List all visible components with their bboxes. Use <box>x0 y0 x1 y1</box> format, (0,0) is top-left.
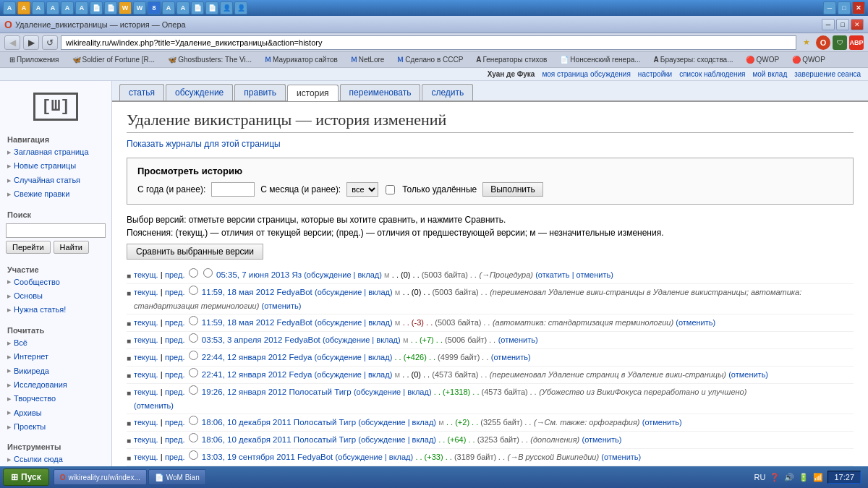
taskbar-icon-14[interactable]: 📄 <box>191 1 204 14</box>
current-link[interactable]: текущ. <box>134 453 158 461</box>
user-link[interactable]: Fedya <box>289 370 312 379</box>
bookmark-nonsense[interactable]: 📄 Нонсенский генера... <box>555 53 645 66</box>
abp-icon[interactable]: ABP <box>849 35 864 50</box>
tab-discussion[interactable]: обсуждение <box>166 84 233 100</box>
radio-button[interactable] <box>189 316 198 325</box>
sidebar-item-archives[interactable]: Архивы <box>0 406 111 420</box>
taskbar-icon-8[interactable]: 📄 <box>104 1 117 14</box>
taskbar-icon-7[interactable]: 📄 <box>90 1 103 14</box>
user-settings-link[interactable]: настройки <box>638 70 672 78</box>
compare-button-top[interactable]: Сравнить выбранные версии <box>127 244 263 260</box>
revert-link[interactable]: (откатить | отменить) <box>535 270 613 279</box>
deleted-checkbox[interactable] <box>386 185 395 194</box>
sidebar-item-research[interactable]: Исследования <box>0 378 111 392</box>
radio-button[interactable] <box>189 268 198 278</box>
radio-button[interactable] <box>189 286 198 295</box>
user-actions[interactable]: (обсуждение | вклад) <box>358 435 436 444</box>
undo-link[interactable]: (отменить) <box>498 335 538 344</box>
bookmark-apps[interactable]: ⊞ Приложения <box>4 53 64 66</box>
bookmark-qwop2[interactable]: 🔴 QWOP <box>787 53 830 66</box>
date-link[interactable]: 11:59, 18 мая 2012 <box>202 318 277 327</box>
sidebar-item-new-pages[interactable]: Новые страницы <box>0 159 111 173</box>
user-actions[interactable]: (обсуждение | вклад) <box>315 370 393 379</box>
user-link[interactable]: FedyaBot <box>285 335 320 344</box>
sidebar-item-random[interactable]: Случайная статья <box>0 174 111 187</box>
back-button[interactable]: ◀ <box>4 35 20 50</box>
search-input[interactable] <box>6 223 106 238</box>
prev-link[interactable]: пред. <box>165 388 184 396</box>
undo-link[interactable]: (отменить) <box>601 453 641 461</box>
minimize-icon[interactable]: ─ <box>823 1 836 14</box>
prev-link[interactable]: пред. <box>165 370 184 379</box>
undo-link[interactable]: (отменить) <box>728 370 768 379</box>
undo-link[interactable]: (отменить) <box>642 418 682 427</box>
taskbar-icon-9[interactable]: W <box>119 1 132 14</box>
undo-link[interactable]: (отменить) <box>676 318 715 327</box>
prev-link[interactable]: пред. <box>165 335 184 344</box>
date-link[interactable]: 18:06, 10 декабря 2011 <box>202 418 294 427</box>
user-actions[interactable]: (обсуждение | вклад) <box>304 270 382 279</box>
user-actions[interactable]: (обсуждение | вклад) <box>315 353 393 361</box>
radio-button[interactable] <box>189 416 198 425</box>
maximize-button[interactable]: □ <box>836 19 849 30</box>
year-input[interactable] <box>211 182 255 197</box>
undo-link[interactable]: (отменить) <box>262 301 302 310</box>
date-link[interactable]: 22:41, 12 января 2012 <box>202 370 289 379</box>
shield-icon[interactable]: 🛡 <box>833 35 847 50</box>
bookmark-qwop1[interactable]: 🔴 QWOP <box>741 53 784 66</box>
current-link[interactable]: текущ. <box>134 270 158 279</box>
current-link[interactable]: текущ. <box>134 288 158 296</box>
current-link[interactable]: текущ. <box>134 318 158 327</box>
maximize-icon[interactable]: □ <box>838 1 851 14</box>
contributions-link[interactable]: мой вклад <box>752 70 787 78</box>
month-select[interactable]: все 1234 5678 9101112 <box>346 182 378 197</box>
date-link[interactable]: 19:26, 12 января 2012 <box>202 388 289 396</box>
user-link[interactable]: FedyaBot <box>277 318 312 327</box>
user-actions[interactable]: (обсуждение | вклад) <box>354 388 432 396</box>
bookmark-browsers[interactable]: А Браузеры: сходства... <box>649 53 739 66</box>
taskbar-icon-10[interactable]: W <box>133 1 146 14</box>
taskbar-icon-5[interactable]: A <box>61 1 74 14</box>
sidebar-item-projects[interactable]: Проекты <box>0 420 111 434</box>
sidebar-item-need-article[interactable]: Нужна статья! <box>0 303 111 317</box>
user-actions[interactable]: (обсуждение | вклад) <box>315 288 393 296</box>
user-discussion-link[interactable]: моя страница обсуждения <box>542 70 630 78</box>
current-link[interactable]: текущ. <box>134 353 158 361</box>
radio-button[interactable] <box>189 450 198 460</box>
opera-icon[interactable]: O <box>816 35 830 50</box>
bookmark-sssr[interactable]: Ⅿ Сделано в СССР <box>392 53 468 66</box>
taskbar-icon-12[interactable]: A <box>162 1 175 14</box>
date-link[interactable]: 11:59, 18 мая 2012 <box>202 288 277 296</box>
current-link[interactable]: текущ. <box>134 370 158 379</box>
user-link[interactable]: FedyaBot <box>277 288 312 296</box>
bookmark-maurikator[interactable]: Ⅿ Маурикатор сайтов <box>260 53 343 66</box>
radio-button[interactable] <box>189 433 198 442</box>
user-actions[interactable]: (обсуждение | вклад) <box>336 453 414 461</box>
prev-link[interactable]: пред. <box>165 453 184 461</box>
taskbar-icon-16[interactable]: 👤 <box>220 1 233 14</box>
watchlist-link[interactable]: список наблюдения <box>679 70 745 78</box>
date-link[interactable]: 13:03, 19 сентября 2011 <box>202 453 297 461</box>
date-link[interactable]: 05:35, 7 июня 2013 <box>216 270 292 279</box>
prev-link[interactable]: пред. <box>165 318 184 327</box>
tab-watch[interactable]: следить <box>422 84 473 100</box>
user-actions[interactable]: (обсуждение | вклад) <box>315 318 393 327</box>
bookmark-netlore[interactable]: Ⅿ NetLore <box>346 53 390 66</box>
current-link[interactable]: текущ. <box>134 418 158 427</box>
logout-link[interactable]: завершение сеанса <box>794 70 861 78</box>
reload-button[interactable]: ↺ <box>42 35 58 50</box>
close-button[interactable]: ✕ <box>851 19 864 30</box>
taskbar-icon-4[interactable]: A <box>46 1 59 14</box>
sidebar-item-wikiread[interactable]: Викиреда <box>0 364 111 378</box>
user-actions[interactable]: (обсуждение | вклад) <box>358 418 436 427</box>
sidebar-item-all[interactable]: Всё <box>0 336 111 350</box>
user-link[interactable]: Яз <box>292 270 302 279</box>
sidebar-item-community[interactable]: Сообщество <box>0 275 111 289</box>
taskbar-icon-15[interactable]: 📄 <box>205 1 218 14</box>
user-link[interactable]: Полосатый Тигр <box>289 388 351 396</box>
user-link[interactable]: Fedya <box>289 353 312 361</box>
undo-link[interactable]: (отменить) <box>491 353 531 361</box>
search-go-button[interactable]: Перейти <box>6 241 51 254</box>
user-link[interactable]: Полосатый Тигр <box>294 435 356 444</box>
prev-link[interactable]: пред. <box>165 435 184 444</box>
